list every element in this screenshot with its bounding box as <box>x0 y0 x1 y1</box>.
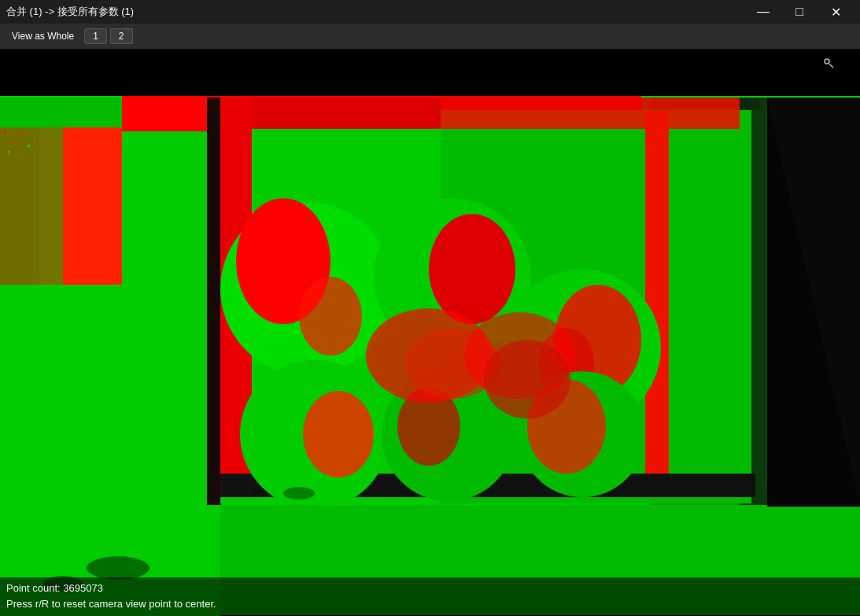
minimize-button[interactable]: — <box>745 0 781 24</box>
svg-point-31 <box>429 214 515 324</box>
svg-rect-56 <box>12 139 13 141</box>
close-button[interactable]: ✕ <box>818 0 854 24</box>
maximize-button[interactable]: □ <box>781 0 818 24</box>
svg-point-29 <box>299 277 362 356</box>
status-bar: Point count: 3695073 Press r/R to reset … <box>0 577 860 616</box>
svg-rect-4 <box>0 98 122 129</box>
window-controls: — □ ✕ <box>745 0 854 24</box>
tab-2-button[interactable]: 2 <box>110 28 133 44</box>
svg-rect-24 <box>645 112 669 497</box>
svg-rect-20 <box>220 98 441 129</box>
svg-rect-58 <box>8 151 9 153</box>
svg-point-44 <box>484 340 570 419</box>
window-title: 合并 (1) -> 接受所有参数 (1) <box>6 5 134 19</box>
svg-rect-11 <box>207 98 221 507</box>
title-bar: 合并 (1) -> 接受所有参数 (1) — □ ✕ <box>0 0 860 24</box>
hint-label: Press r/R to reset camera view point to … <box>6 596 854 612</box>
toolbar: View as Whole 1 2 <box>0 24 860 49</box>
view-as-whole-button[interactable]: View as Whole <box>5 28 81 44</box>
svg-rect-59 <box>28 145 30 147</box>
svg-point-60 <box>825 59 829 64</box>
tab-1-button[interactable]: 1 <box>84 28 107 44</box>
point-cloud-svg <box>0 49 860 616</box>
svg-line-61 <box>829 64 833 68</box>
svg-rect-57 <box>20 134 22 136</box>
svg-point-50 <box>87 556 149 580</box>
point-cloud-viewport: Point count: 3695073 Press r/R to reset … <box>0 49 860 616</box>
corner-decoration <box>821 55 836 71</box>
point-count-label: Point count: 3695073 <box>6 581 854 596</box>
svg-rect-55 <box>4 131 6 134</box>
svg-point-33 <box>303 391 374 478</box>
svg-point-52 <box>283 487 315 500</box>
